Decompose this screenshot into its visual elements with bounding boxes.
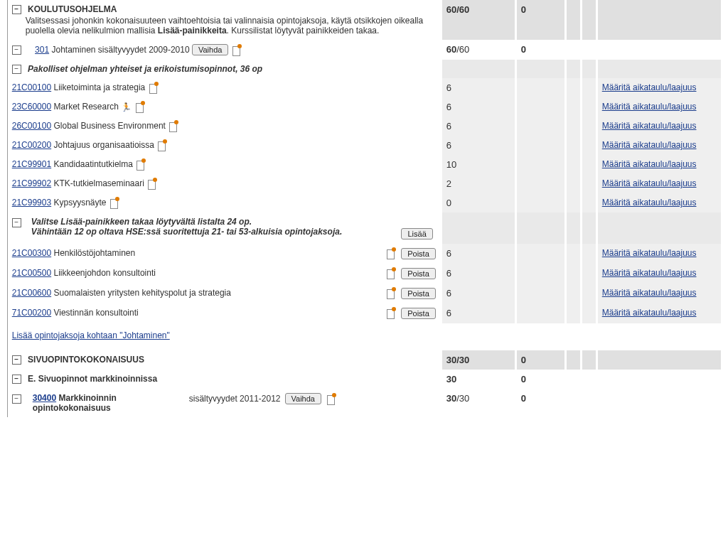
course-credits: 6: [441, 284, 515, 303]
define-schedule-link[interactable]: Määritä aikataulu/laajuus: [602, 82, 697, 92]
course-name: Liiketoiminta ja strategia: [53, 82, 147, 92]
collapse-icon[interactable]: −: [12, 65, 21, 74]
course-row: 21C99902 KTK-tutkielmaseminaari 2 Määrit…: [7, 174, 721, 193]
remove-button[interactable]: Poista: [401, 308, 436, 319]
row-label: E. Sivuopinnot markkinoinnissa: [28, 374, 157, 384]
row-sivu-e: − E. Sivuopinnot markkinoinnissa 30 0: [7, 370, 721, 389]
note-icon[interactable]: [387, 288, 395, 298]
course-credits: 10: [441, 155, 515, 174]
define-schedule-link[interactable]: Määritä aikataulu/laajuus: [602, 140, 697, 150]
row-label: Johtaminen sisältyvyydet 2009-2010: [51, 45, 189, 55]
note-icon[interactable]: [232, 45, 241, 55]
swap-button[interactable]: Vaihda: [192, 44, 228, 55]
subheader-title: Pakolliset ohjelman yhteiset ja erikoist…: [28, 64, 262, 74]
note-icon[interactable]: [149, 82, 158, 92]
course-code-link[interactable]: 21C99902: [12, 178, 51, 188]
course-code-link[interactable]: 23C60000: [12, 102, 51, 112]
remove-button[interactable]: Poista: [401, 288, 436, 299]
note-icon[interactable]: [136, 102, 144, 112]
note-icon[interactable]: [169, 121, 178, 131]
course-row: 21C00200 Johtajuus organisaatioissa 6 Mä…: [7, 136, 721, 155]
define-schedule-link[interactable]: Määritä aikataulu/laajuus: [602, 288, 697, 298]
course-name: Johtajuus organisaatioissa: [53, 140, 156, 150]
collapse-icon[interactable]: −: [12, 218, 21, 227]
section-title: KOULUTUSOHJELMA: [28, 4, 117, 14]
note-icon[interactable]: [387, 248, 395, 258]
course-credits: 6: [441, 303, 515, 323]
course-code-link[interactable]: 21C00600: [12, 288, 51, 298]
course-name: Suomalaisten yritysten kehityspolut ja s…: [53, 288, 230, 298]
course-row: 21C00600 Suomalaisten yritysten kehitysp…: [7, 284, 721, 303]
course-code-link[interactable]: 21C00500: [12, 268, 51, 278]
collapse-icon[interactable]: −: [12, 5, 21, 14]
course-row: 21C00500 Liikkeenjohdon konsultointi Poi…: [7, 264, 721, 284]
note-icon[interactable]: [110, 198, 119, 208]
course-code-link[interactable]: 21C00100: [12, 82, 51, 92]
course-name: Kandidaatintutkielma: [53, 159, 135, 169]
note-icon[interactable]: [148, 178, 156, 188]
note-icon[interactable]: [387, 308, 395, 318]
swap-button[interactable]: Vaihda: [285, 393, 321, 404]
course-row: 26C00100 Global Business Environment 6 M…: [7, 117, 721, 136]
code-link-301[interactable]: 301: [35, 45, 49, 55]
course-name: Henkilöstöjohtaminen: [53, 248, 135, 258]
add-button[interactable]: Lisää: [401, 228, 432, 239]
course-code-link[interactable]: 21C99903: [12, 198, 51, 208]
note-icon[interactable]: [158, 140, 166, 150]
define-schedule-link[interactable]: Määritä aikataulu/laajuus: [602, 121, 697, 131]
collapse-icon[interactable]: −: [12, 355, 21, 365]
define-schedule-link[interactable]: Määritä aikataulu/laajuus: [602, 102, 697, 112]
define-schedule-link[interactable]: Määritä aikataulu/laajuus: [602, 308, 697, 318]
code-link-30400[interactable]: 30400: [33, 393, 56, 403]
course-row: 21C99901 Kandidaatintutkielma 10 Määritä…: [7, 155, 721, 174]
define-schedule-link[interactable]: Määritä aikataulu/laajuus: [602, 178, 697, 188]
course-credits: 6: [441, 97, 515, 117]
course-code-link[interactable]: 21C00300: [12, 248, 51, 258]
define-schedule-link[interactable]: Määritä aikataulu/laajuus: [602, 248, 697, 258]
section-koulutusohjelma: − KOULUTUSOHJELMA Valitsessasi johonkin …: [7, 0, 721, 40]
row-30400: − 30400 Markkinoinnin opintokokonaisuus …: [7, 389, 721, 417]
subheader-pakolliset: − Pakolliset ohjelman yhteiset ja erikoi…: [7, 60, 721, 78]
credits-planned: 60/60: [441, 0, 515, 40]
define-schedule-link[interactable]: Määritä aikataulu/laajuus: [602, 159, 697, 169]
row-301: − 301 Johtaminen sisältyvyydet 2009-2010…: [7, 40, 721, 60]
course-credits: 0: [441, 193, 515, 212]
course-code-link[interactable]: 21C99901: [12, 159, 51, 169]
collapse-icon[interactable]: −: [12, 394, 21, 404]
course-code-link[interactable]: 21C00200: [12, 140, 51, 150]
course-credits: 6: [441, 136, 515, 155]
course-row: 21C00100 Liiketoiminta ja strategia 6 Mä…: [7, 78, 721, 97]
course-name: Global Business Environment: [53, 121, 168, 131]
course-credits: 2: [441, 174, 515, 193]
subheader-elective: − Valitse Lisää-painikkeen takaa löytyvä…: [7, 212, 721, 244]
running-icon: 🏃: [121, 102, 132, 112]
remove-button[interactable]: Poista: [401, 268, 436, 279]
course-credits: 6: [441, 117, 515, 136]
course-row: 23C60000 Market Research 🏃 6 Määritä aik…: [7, 97, 721, 117]
collapse-icon[interactable]: −: [12, 45, 21, 55]
course-code-link[interactable]: 71C00200: [12, 308, 51, 318]
note-icon[interactable]: [136, 159, 145, 169]
course-name: Kypsyysnäyte: [53, 198, 108, 208]
note-icon[interactable]: [387, 268, 395, 278]
course-code-link[interactable]: 26C00100: [12, 121, 51, 131]
course-row: 71C00200 Viestinnän konsultointi Poista …: [7, 303, 721, 323]
section-sivuopinnot: − SIVUOPINTOKOKONAISUUS 30/30 0: [7, 350, 721, 370]
course-name: KTK-tutkielmaseminaari: [53, 178, 146, 188]
add-courses-link[interactable]: Lisää opintojaksoja kohtaan "Johtaminen": [12, 330, 170, 340]
define-schedule-link[interactable]: Määritä aikataulu/laajuus: [602, 268, 697, 278]
course-credits: 6: [441, 244, 515, 264]
remove-button[interactable]: Poista: [401, 248, 436, 259]
course-credits: 6: [441, 264, 515, 284]
course-name: Market Research: [53, 102, 121, 112]
course-credits: 6: [441, 78, 515, 97]
credits-done: 0: [515, 0, 565, 40]
section-title: SIVUOPINTOKOKONAISUUS: [28, 355, 144, 365]
course-name: Liikkeenjohdon konsultointi: [53, 268, 155, 278]
course-row: 21C00300 Henkilöstöjohtaminen Poista 6 M…: [7, 244, 721, 264]
define-schedule-link[interactable]: Määritä aikataulu/laajuus: [602, 198, 697, 208]
course-row: 21C99903 Kypsyysnäyte 0 Määritä aikataul…: [7, 193, 721, 212]
note-icon[interactable]: [327, 394, 336, 404]
collapse-icon[interactable]: −: [12, 375, 21, 384]
course-name: Viestinnän konsultointi: [53, 308, 138, 318]
